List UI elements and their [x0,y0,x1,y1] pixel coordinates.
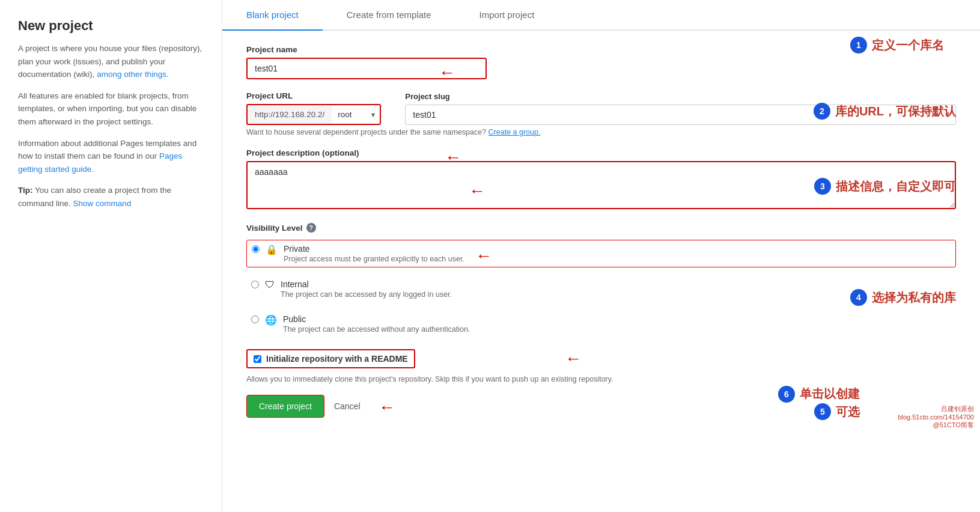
among-other-things-link[interactable]: among other things. [97,70,168,79]
visibility-internal: 🛡 Internal The project can be accessed b… [246,276,956,302]
url-input-group: http://192.168.20.2/ root ▾ [246,104,381,125]
left-panel: New project A project is where you house… [0,0,222,512]
visibility-group: Visibility Level ? 🔒 Private Project acc… [246,223,956,337]
radio-public[interactable] [251,315,259,323]
radio-private[interactable] [252,245,260,253]
url-namespace-select[interactable]: root [332,105,380,124]
form-actions: Create project Cancel ← [246,395,956,418]
project-description-input[interactable]: aaaaaaa [246,161,956,209]
tab-template[interactable]: Create from template [323,0,455,31]
description-p3: Information about additional Pages templ… [18,137,204,176]
arrow-5: ← [565,349,582,368]
show-command-link[interactable]: Show command [73,199,132,208]
project-name-label: Project name [246,45,956,54]
visibility-label: Visibility Level ? [246,223,956,233]
form-area: 1 定义一个库名 Project name ← 2 库的URL，可保持默认 Pr… [222,31,980,436]
cancel-button[interactable]: Cancel [334,401,361,411]
namespace-hint: Want to house several dependent projects… [246,128,956,136]
tab-import[interactable]: Import project [455,0,559,31]
arrow-4: ← [475,246,492,266]
tabs: Blank project Create from template Impor… [222,0,980,31]
project-slug-label: Project slug [405,92,956,101]
create-project-button[interactable]: Create project [246,395,324,418]
radio-internal[interactable] [251,281,259,288]
project-url-label: Project URL [246,91,381,100]
visibility-public: 🌐 Public The project can be accessed wit… [246,311,956,337]
description-p1: A project is where you house your files … [18,42,204,81]
project-description-group: Project description (optional) aaaaaaa ← [246,148,956,211]
visibility-help-icon[interactable]: ? [306,223,316,233]
tab-blank[interactable]: Blank project [222,0,323,31]
init-readme-section: Initialize repository with a README Allo… [246,349,956,385]
init-readme-desc: Allows you to immediately clone this pro… [246,374,956,385]
shield-icon: 🛡 [265,279,275,290]
arrow-6: ← [379,398,395,417]
create-group-link[interactable]: Create a group. [488,128,541,136]
lock-icon: 🔒 [266,244,278,255]
project-description-label: Project description (optional) [246,148,956,157]
visibility-private: 🔒 Private Project access must be granted… [246,240,956,267]
right-panel: Blank project Create from template Impor… [222,0,980,512]
project-name-input[interactable] [246,58,487,79]
project-url-group: Project URL http://192.168.20.2/ root ▾ … [246,91,956,136]
globe-icon: 🌐 [265,314,277,326]
tip-text: Tip: You can also create a project from … [18,184,204,210]
page-title: New project [18,18,204,34]
init-readme-label[interactable]: Initialize repository with a README [266,354,408,364]
description-p2: All features are enabled for blank proje… [18,90,204,129]
project-slug-group: Project slug [405,92,956,125]
url-prefix: http://192.168.20.2/ [246,104,332,125]
project-name-group: Project name ← [246,45,956,79]
init-readme-checkbox[interactable] [254,355,261,363]
project-slug-input[interactable] [405,105,956,125]
